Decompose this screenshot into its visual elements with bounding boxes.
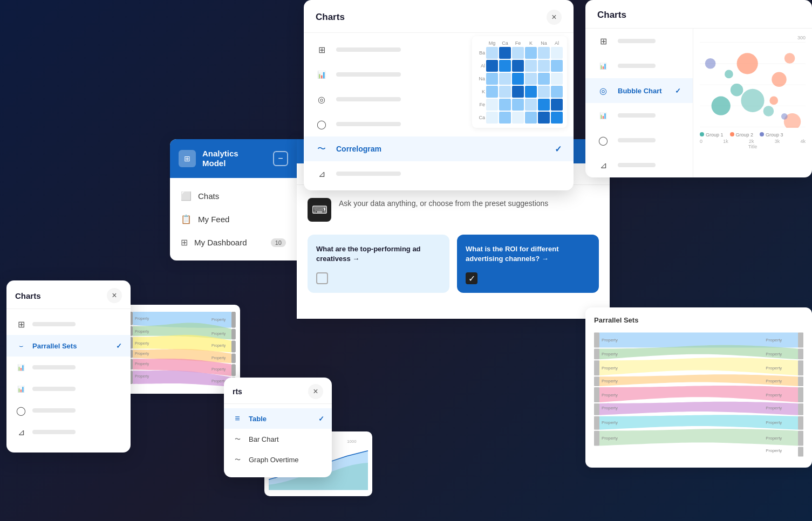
suggestion-checkbox-1[interactable]: ✓ xyxy=(466,272,477,284)
svg-rect-8 xyxy=(231,341,236,353)
graph-ot-icon: 〜 xyxy=(231,454,243,465)
svg-rect-9 xyxy=(231,353,236,363)
svg-rect-53 xyxy=(798,360,803,375)
chat-prompt-area: ⌨ Ask your data anything, or choose from… xyxy=(308,198,599,222)
bl-item-bar2[interactable]: 📊 xyxy=(6,378,131,400)
charts-right-list: ⊞ 📊 ◎ Bubble Chart ✓ 📊 ◯ ⊿ xyxy=(585,29,693,177)
svg-text:Property: Property xyxy=(211,356,226,360)
svg-point-41 xyxy=(705,58,716,69)
svg-point-42 xyxy=(781,113,788,120)
svg-text:Property: Property xyxy=(766,420,782,425)
bc-item-table[interactable]: ≡ Table ✓ xyxy=(224,408,332,429)
svg-text:Property: Property xyxy=(135,374,149,379)
table-label: Table xyxy=(249,415,313,423)
svg-text:Property: Property xyxy=(211,367,226,372)
charts-bl-close[interactable]: × xyxy=(107,288,122,303)
suggestion-checkbox-0[interactable] xyxy=(316,272,328,284)
sidebar-item-chats[interactable]: ⬜ Chats xyxy=(170,184,297,208)
right-item-bubble[interactable]: ◎ Bubble Chart ✓ xyxy=(585,78,693,103)
table-check: ✓ xyxy=(318,415,324,423)
right-item-grid[interactable]: ⊞ xyxy=(585,29,693,53)
charts-bc-close[interactable]: × xyxy=(308,384,323,399)
svg-rect-51 xyxy=(798,333,803,348)
svg-rect-46 xyxy=(594,376,599,386)
svg-text:Property: Property xyxy=(766,366,782,371)
svg-text:Property: Property xyxy=(602,393,618,397)
bar-icon: 📊 xyxy=(15,361,27,373)
sidebar-collapse-button[interactable]: − xyxy=(273,151,288,166)
svg-point-38 xyxy=(784,53,795,64)
suggestion-card-0[interactable]: What are the top-performing ad creatives… xyxy=(308,235,449,293)
sidebar-item-label: My Dashboard xyxy=(194,238,247,247)
svg-text:Property: Property xyxy=(766,436,782,441)
grid-icon: ⊞ xyxy=(15,318,27,330)
bl-item-pie[interactable]: ◯ xyxy=(6,400,131,421)
svg-rect-50 xyxy=(594,431,599,446)
sidebar-item-myfeed[interactable]: 📋 My Feed xyxy=(170,208,297,231)
sidebar-header: ⊞ AnalyticsModel − xyxy=(170,139,297,178)
bc-item-bar[interactable]: 〜 Bar Chart xyxy=(224,429,332,449)
right-item-tag[interactable]: ⊿ xyxy=(585,153,693,177)
svg-text:Property: Property xyxy=(766,406,782,410)
svg-text:Property: Property xyxy=(602,406,618,410)
chart-bar xyxy=(618,163,656,167)
charts-bc-header: rts × xyxy=(224,378,332,404)
parallel-sets-title: Parrallel Sets xyxy=(594,316,803,324)
tag-icon: ⊿ xyxy=(15,426,27,438)
charts-panel-bl: Charts × ⊞ ⌣ Parrallel Sets ✓ 📊 📊 ◯ ⊿ xyxy=(6,280,131,453)
chart-bar xyxy=(618,138,656,142)
charts-panel-center: Charts × Mg Ca Fe K Na Al Ba xyxy=(304,0,574,190)
svg-rect-59 xyxy=(798,447,803,456)
charts-bl-list: ⊞ ⌣ Parrallel Sets ✓ 📊 📊 ◯ ⊿ xyxy=(6,309,131,447)
svg-text:Property: Property xyxy=(602,352,618,357)
svg-text:Property: Property xyxy=(135,362,149,366)
bar-icon: 📊 xyxy=(316,68,327,80)
feed-icon: 📋 xyxy=(181,214,192,224)
svg-text:Property: Property xyxy=(211,318,226,322)
chart-item-correlogram[interactable]: 〜 Correlogram ✓ xyxy=(304,136,574,161)
svg-rect-56 xyxy=(798,403,803,415)
svg-text:Property: Property xyxy=(766,352,782,357)
bl-item-bar1[interactable]: 📊 xyxy=(6,357,131,378)
svg-text:Property: Property xyxy=(135,341,149,346)
parallel-sets-preview-small: Property Property Property Property Prop… xyxy=(124,305,240,394)
svg-text:Property: Property xyxy=(602,338,618,343)
parallel-label: Parrallel Sets xyxy=(32,342,111,350)
chart-bar xyxy=(336,122,401,126)
chart-bar xyxy=(32,365,76,369)
chart-bar xyxy=(618,39,656,43)
charts-right-header: Charts xyxy=(585,0,812,29)
bubble-label: Bubble Chart xyxy=(618,87,666,95)
bc-item-graph-ot[interactable]: 〜 Graph Overtime xyxy=(224,449,332,470)
svg-text:Property: Property xyxy=(135,317,149,321)
right-item-bar2[interactable]: 📊 xyxy=(585,103,693,128)
sidebar-item-dashboard[interactable]: ⊞ My Dashboard 10 xyxy=(170,231,297,254)
bar-label: Bar Chart xyxy=(249,435,324,443)
heatmap-row-Ba: Ba xyxy=(476,47,563,59)
heatmap-row-Fe: Fe xyxy=(476,99,563,111)
right-item-bar[interactable]: 📊 xyxy=(585,53,693,78)
sidebar-nav: ⬜ Chats 📋 My Feed ⊞ My Dashboard 10 xyxy=(170,178,297,260)
charts-center-close[interactable]: × xyxy=(547,10,562,25)
suggestion-card-1[interactable]: What is the ROI for different advertisin… xyxy=(457,235,599,293)
right-item-pie[interactable]: ◯ xyxy=(585,128,693,153)
chat-icon: ⬜ xyxy=(181,191,192,201)
svg-rect-47 xyxy=(594,387,599,402)
chart-bar xyxy=(32,430,76,434)
heatmap-row-Na: Na xyxy=(476,73,563,85)
parallel-icon: ⌣ xyxy=(15,340,27,352)
svg-rect-58 xyxy=(798,431,803,446)
chart-item-tag[interactable]: ⊿ xyxy=(304,161,574,186)
bl-item-parallel[interactable]: ⌣ Parrallel Sets ✓ xyxy=(6,335,131,357)
pie-icon: ◯ xyxy=(597,134,609,146)
svg-rect-49 xyxy=(594,416,599,430)
correlogram-label: Correlogram xyxy=(336,145,546,153)
bl-item-tag[interactable]: ⊿ xyxy=(6,421,131,443)
svg-point-39 xyxy=(769,97,778,105)
chat-suggestions: What are the top-performing ad creatives… xyxy=(308,235,599,293)
bubble-icon: ◎ xyxy=(597,85,609,97)
graph-ot-label: Graph Overtime xyxy=(249,456,324,464)
svg-text:Property: Property xyxy=(602,436,618,441)
bl-item-grid[interactable]: ⊞ xyxy=(6,313,131,335)
svg-rect-55 xyxy=(798,387,803,402)
